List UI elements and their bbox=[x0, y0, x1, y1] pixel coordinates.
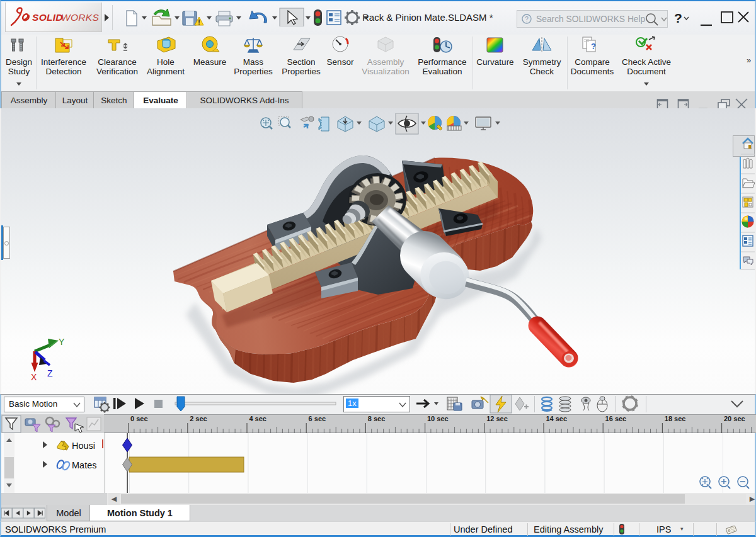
svg-text:WORKS: WORKS bbox=[61, 12, 99, 23]
svg-text:0 sec: 0 sec bbox=[130, 415, 148, 422]
svg-text:4 sec: 4 sec bbox=[249, 415, 266, 422]
svg-text:Detection: Detection bbox=[45, 67, 81, 76]
svg-text:6 sec: 6 sec bbox=[309, 415, 326, 422]
svg-text:Alignment: Alignment bbox=[147, 67, 185, 76]
svg-text:Performance: Performance bbox=[418, 57, 466, 67]
svg-text:Mass: Mass bbox=[243, 57, 264, 67]
svg-text:X: X bbox=[31, 372, 37, 382]
svg-text:Symmetry: Symmetry bbox=[523, 57, 561, 67]
svg-text:Study: Study bbox=[8, 67, 30, 76]
svg-text:?: ? bbox=[674, 11, 682, 25]
svg-text:Design: Design bbox=[6, 57, 32, 67]
svg-text:16 sec: 16 sec bbox=[605, 415, 627, 422]
svg-text:Compare: Compare bbox=[575, 57, 610, 67]
svg-text:20 sec: 20 sec bbox=[724, 415, 745, 422]
svg-text:12 sec: 12 sec bbox=[486, 415, 508, 422]
svg-text:18 sec: 18 sec bbox=[665, 415, 686, 422]
svg-text:Measure: Measure bbox=[193, 57, 227, 67]
svg-text:Curvature: Curvature bbox=[476, 57, 513, 67]
svg-text:Clearance: Clearance bbox=[98, 57, 137, 67]
svg-text:Interference: Interference bbox=[41, 57, 86, 67]
svg-text:Sensor: Sensor bbox=[327, 57, 354, 67]
svg-text:Mates: Mates bbox=[72, 460, 97, 470]
svg-text:Check Active: Check Active bbox=[622, 57, 671, 67]
svg-text:Evaluation: Evaluation bbox=[422, 67, 462, 76]
svg-text:Verification: Verification bbox=[96, 67, 138, 76]
svg-text:Visualization: Visualization bbox=[362, 67, 410, 76]
svg-text:10 sec: 10 sec bbox=[427, 415, 449, 422]
svg-text:Y: Y bbox=[59, 337, 65, 347]
svg-text:SOLID: SOLID bbox=[32, 12, 63, 23]
svg-text:Check: Check bbox=[530, 67, 554, 76]
svg-text:Properties: Properties bbox=[234, 67, 273, 76]
svg-text:»: » bbox=[747, 55, 751, 65]
svg-text:Z: Z bbox=[47, 368, 53, 378]
svg-text:8 sec: 8 sec bbox=[368, 415, 386, 422]
svg-text:?: ? bbox=[591, 42, 596, 51]
svg-text:Assembly: Assembly bbox=[367, 57, 404, 67]
svg-text:2 sec: 2 sec bbox=[190, 415, 207, 422]
svg-text:Document: Document bbox=[627, 67, 666, 76]
svg-text:Hole: Hole bbox=[157, 57, 175, 67]
svg-text:Documents: Documents bbox=[571, 67, 614, 76]
svg-text:Housi: Housi bbox=[72, 441, 95, 451]
svg-text:Properties: Properties bbox=[282, 67, 321, 76]
svg-text:Section: Section bbox=[287, 57, 315, 67]
svg-text:Search SOLIDWORKS Help: Search SOLIDWORKS Help bbox=[536, 14, 646, 24]
svg-text:14 sec: 14 sec bbox=[546, 415, 567, 422]
svg-text:?: ? bbox=[525, 16, 529, 23]
